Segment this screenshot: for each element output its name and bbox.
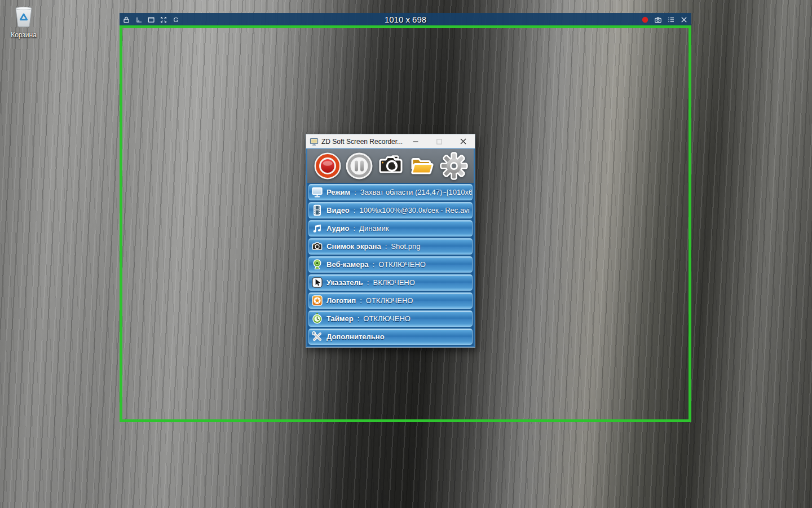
row-label: Таймер — [326, 314, 354, 323]
recorder-window-title: ZD Soft Screen Recorder... — [321, 138, 404, 146]
svg-text:G: G — [174, 16, 179, 23]
pointer-icon — [311, 277, 323, 288]
capture-size-title: 1010 x 698 — [120, 15, 691, 24]
row-label: Снимок экрана — [326, 242, 381, 251]
row-label: Логотип — [326, 296, 356, 305]
row-separator: : — [385, 242, 387, 251]
camera-icon — [311, 240, 323, 252]
video-icon — [311, 204, 323, 216]
recorder-row-advanced[interactable]: Дополнительно — [308, 329, 473, 345]
row-separator: : — [367, 278, 369, 287]
advanced-icon — [311, 331, 323, 343]
record-dot-icon[interactable] — [641, 16, 649, 24]
timer-icon — [311, 313, 323, 325]
snap-corner-icon[interactable] — [135, 16, 143, 24]
row-value: Shot.png — [391, 242, 420, 251]
recorder-row-webcam[interactable]: Веб-камера : ОТКЛЮЧЕНО — [308, 256, 473, 273]
recycle-bin-icon — [11, 5, 37, 30]
row-separator: : — [354, 206, 356, 214]
row-label: Дополнительно — [326, 332, 385, 341]
open-folder-button[interactable] — [408, 151, 437, 181]
letter-g-icon[interactable]: G — [172, 16, 180, 24]
row-value: 100%x100%@30.0к/сек - Rec.avi — [359, 206, 469, 214]
lock-icon[interactable] — [122, 16, 130, 24]
record-button[interactable] — [313, 151, 342, 181]
recorder-content: Режим : Захват области (214,47)~[1010x69… — [306, 148, 475, 347]
maximize-button[interactable] — [427, 134, 451, 148]
row-label: Аудио — [326, 224, 349, 233]
capture-toolbar-right-group — [641, 13, 688, 26]
recorder-titlebar[interactable]: ZD Soft Screen Recorder... — [306, 134, 475, 148]
webcam-icon — [311, 259, 323, 270]
recorder-row-screenshot[interactable]: Снимок экрана : Shot.png — [308, 238, 473, 255]
row-separator: : — [360, 296, 362, 305]
audio-icon — [311, 222, 323, 234]
recorder-window: ZD Soft Screen Recorder... — [306, 134, 475, 348]
recorder-row-pointer[interactable]: Указатель : ВКЛЮЧЕНО — [308, 274, 473, 291]
row-value: ОТКЛЮЧЕНО — [363, 314, 411, 323]
close-icon[interactable] — [680, 16, 688, 24]
row-value: Захват области (214,47)~[1010x698] — [360, 188, 473, 196]
recorder-row-video[interactable]: Видео : 100%x100%@30.0к/сек - Rec.avi — [308, 202, 473, 218]
recorder-row-logo[interactable]: Логотип : ОТКЛЮЧЕНО — [308, 292, 473, 309]
recorder-row-audio[interactable]: Аудио : Динамик — [308, 220, 473, 237]
app-monitor-icon — [310, 137, 319, 146]
recycle-bin-desktop-icon[interactable]: Корзина — [3, 5, 44, 39]
settings-button[interactable] — [439, 151, 469, 181]
recorder-row-mode[interactable]: Режим : Захват области (214,47)~[1010x69… — [308, 184, 473, 200]
recorder-settings-list: Режим : Захват области (214,47)~[1010x69… — [307, 183, 474, 346]
row-value: Динамик — [359, 224, 389, 233]
window-mode-icon[interactable] — [147, 16, 155, 24]
tasklist-icon[interactable] — [667, 16, 675, 24]
row-label: Веб-камера — [326, 260, 369, 269]
row-label: Режим — [326, 188, 350, 196]
capture-toolbar-left-group: G — [122, 13, 180, 26]
close-window-button[interactable] — [451, 134, 475, 148]
screenshot-button[interactable] — [376, 151, 405, 181]
recorder-toolbar — [307, 149, 474, 183]
monitor-icon — [311, 186, 323, 198]
recorder-row-timer[interactable]: Таймер : ОТКЛЮЧЕНО — [308, 310, 473, 327]
row-separator: : — [354, 188, 356, 196]
capture-toolbar: G 1010 x 698 — [120, 13, 691, 26]
fullscreen-icon[interactable] — [160, 16, 167, 24]
row-value: ОТКЛЮЧЕНО — [366, 296, 413, 305]
row-label: Видео — [326, 206, 350, 214]
row-separator: : — [358, 314, 360, 323]
screenshot-mini-icon[interactable] — [654, 16, 662, 24]
row-separator: : — [373, 260, 375, 269]
row-value: ОТКЛЮЧЕНО — [378, 260, 426, 269]
row-separator: : — [353, 224, 355, 233]
pause-button[interactable] — [345, 151, 374, 181]
recycle-bin-label: Корзина — [3, 31, 44, 39]
row-value: ВКЛЮЧЕНО — [373, 278, 414, 287]
minimize-button[interactable] — [404, 134, 427, 148]
logo-icon — [311, 295, 323, 306]
row-label: Указатель — [326, 278, 363, 287]
